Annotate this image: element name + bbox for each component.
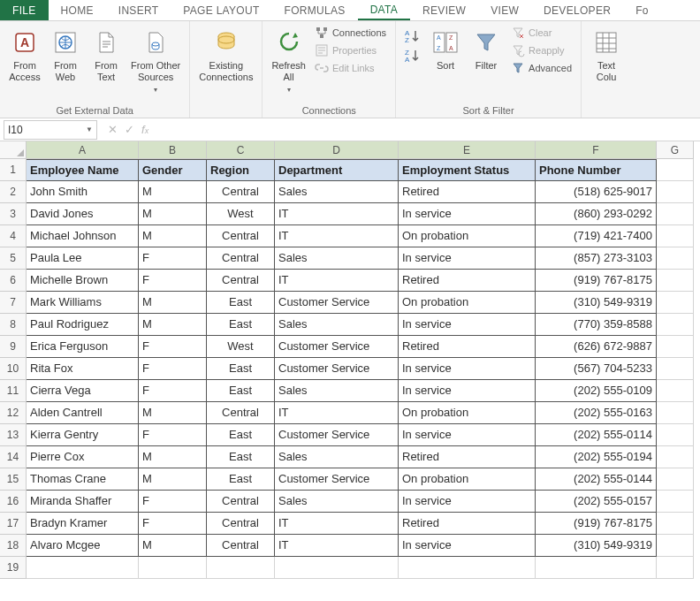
cell[interactable]: In service: [399, 314, 536, 336]
row-header[interactable]: 9: [0, 336, 27, 358]
cell[interactable]: East: [207, 358, 275, 380]
cell[interactable]: East: [207, 292, 275, 314]
cell[interactable]: F: [139, 491, 207, 513]
cell[interactable]: Customer Service: [275, 336, 399, 358]
cell[interactable]: On probation: [399, 225, 536, 247]
cell[interactable]: [657, 402, 694, 424]
cell[interactable]: (202) 555-0144: [536, 468, 657, 491]
col-header-F[interactable]: F: [536, 141, 657, 159]
cell[interactable]: David Jones: [27, 203, 139, 225]
row-header[interactable]: 17: [0, 513, 27, 535]
cell[interactable]: Central: [207, 225, 275, 247]
row-header[interactable]: 4: [0, 225, 27, 247]
cell[interactable]: IT: [275, 270, 399, 292]
cell[interactable]: (202) 555-0109: [536, 380, 657, 402]
cell[interactable]: On probation: [399, 402, 536, 424]
cell[interactable]: [657, 203, 694, 225]
cell[interactable]: Michael Johnson: [27, 225, 139, 247]
refresh-all-button[interactable]: Refresh All ▾: [268, 25, 309, 97]
cell[interactable]: Paula Lee: [27, 247, 139, 270]
cell[interactable]: Retired: [399, 270, 536, 292]
from-other-sources-button[interactable]: From Other Sources ▾: [127, 25, 184, 97]
cell[interactable]: IT: [275, 203, 399, 225]
row-header[interactable]: 12: [0, 402, 27, 424]
cell[interactable]: Central: [207, 181, 275, 203]
cell[interactable]: [657, 535, 694, 557]
cell[interactable]: M: [139, 402, 207, 424]
cell[interactable]: Mark Williams: [27, 292, 139, 314]
cell[interactable]: Retired: [399, 513, 536, 535]
cell[interactable]: Central: [207, 402, 275, 424]
tab-developer[interactable]: DEVELOPER: [531, 0, 623, 20]
cell[interactable]: Alden Cantrell: [27, 402, 139, 424]
cell[interactable]: [657, 159, 694, 181]
cell[interactable]: In service: [399, 380, 536, 402]
header-cell[interactable]: Employee Name: [27, 159, 139, 181]
cell[interactable]: IT: [275, 225, 399, 247]
text-to-columns-button[interactable]: Text Colu: [587, 25, 626, 86]
cell[interactable]: Erica Ferguson: [27, 336, 139, 358]
cell[interactable]: In service: [399, 247, 536, 270]
cell[interactable]: Sales: [275, 181, 399, 203]
cell[interactable]: M: [139, 181, 207, 203]
cell[interactable]: [657, 181, 694, 203]
cell[interactable]: Paul Rodriguez: [27, 314, 139, 336]
row-header[interactable]: 14: [0, 446, 27, 468]
cell[interactable]: Central: [207, 535, 275, 557]
cell[interactable]: M: [139, 292, 207, 314]
cell[interactable]: (919) 767-8175: [536, 270, 657, 292]
header-cell[interactable]: Phone Number: [536, 159, 657, 181]
cell[interactable]: East: [207, 446, 275, 468]
tab-extra[interactable]: Fo: [623, 0, 661, 20]
cell[interactable]: On probation: [399, 292, 536, 314]
cell[interactable]: (919) 767-8175: [536, 513, 657, 535]
row-header[interactable]: 11: [0, 380, 27, 402]
tab-insert[interactable]: INSERT: [106, 0, 171, 20]
sort-button[interactable]: AZZA Sort: [426, 25, 465, 75]
header-cell[interactable]: Region: [207, 159, 275, 181]
row-header[interactable]: 8: [0, 314, 27, 336]
cell[interactable]: In service: [399, 203, 536, 225]
cell[interactable]: (310) 549-9319: [536, 292, 657, 314]
name-box-dropdown-icon[interactable]: ▼: [86, 126, 93, 133]
cell[interactable]: Kierra Gentry: [27, 424, 139, 446]
cell[interactable]: (202) 555-0114: [536, 424, 657, 446]
cell[interactable]: IT: [275, 402, 399, 424]
cell[interactable]: (770) 359-8588: [536, 314, 657, 336]
cell[interactable]: F: [139, 424, 207, 446]
cell[interactable]: F: [139, 270, 207, 292]
cell[interactable]: Cierra Vega: [27, 380, 139, 402]
name-box[interactable]: I10 ▼: [4, 120, 97, 140]
cell[interactable]: [657, 314, 694, 336]
sort-asc-button[interactable]: AZ: [403, 28, 422, 44]
fx-icon[interactable]: fx: [141, 123, 148, 136]
cell[interactable]: [657, 446, 694, 468]
cell[interactable]: [657, 225, 694, 247]
cell[interactable]: [139, 557, 207, 579]
cell[interactable]: (626) 672-9887: [536, 336, 657, 358]
cell[interactable]: East: [207, 468, 275, 491]
cell[interactable]: West: [207, 336, 275, 358]
cell[interactable]: [657, 270, 694, 292]
connections-button[interactable]: Connections: [311, 25, 390, 41]
from-text-button[interactable]: From Text: [87, 25, 126, 86]
cell[interactable]: Sales: [275, 380, 399, 402]
cell[interactable]: F: [139, 247, 207, 270]
col-header-D[interactable]: D: [275, 141, 399, 159]
cell[interactable]: [657, 557, 694, 579]
cell[interactable]: Customer Service: [275, 358, 399, 380]
cell[interactable]: [657, 292, 694, 314]
cell[interactable]: [399, 557, 536, 579]
row-header[interactable]: 13: [0, 424, 27, 446]
tab-home[interactable]: HOME: [49, 0, 106, 20]
cell[interactable]: [657, 358, 694, 380]
row-header[interactable]: 5: [0, 247, 27, 270]
header-cell[interactable]: Department: [275, 159, 399, 181]
properties-button[interactable]: Properties: [311, 42, 390, 58]
cell[interactable]: M: [139, 468, 207, 491]
row-header[interactable]: 3: [0, 203, 27, 225]
cell[interactable]: F: [139, 513, 207, 535]
cell[interactable]: Sales: [275, 491, 399, 513]
cell[interactable]: (857) 273-3103: [536, 247, 657, 270]
cell[interactable]: Sales: [275, 314, 399, 336]
